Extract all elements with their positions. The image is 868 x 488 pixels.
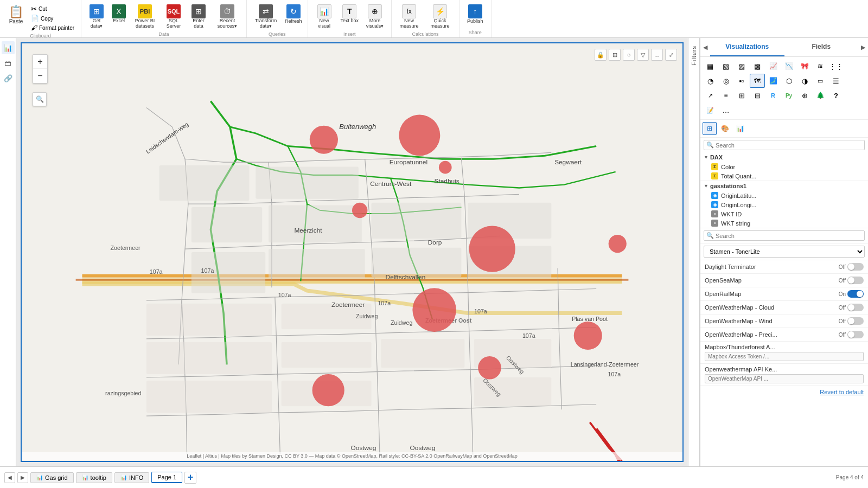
tab-next-button[interactable]: ▶ bbox=[858, 40, 868, 55]
viz-fields-sub-tab[interactable]: ⊞ bbox=[703, 122, 717, 135]
filters-label[interactable]: Filters bbox=[689, 42, 699, 69]
viz-icon-scatter[interactable]: ⋮⋮ bbox=[828, 59, 844, 73]
svg-text:Oostweg: Oostweg bbox=[410, 444, 436, 452]
gasstations-field-wkt-id[interactable]: ≡ WKT ID bbox=[700, 209, 868, 219]
toggle-openrail-button[interactable] bbox=[847, 290, 864, 298]
map-filter-button[interactable]: ▽ bbox=[637, 49, 649, 61]
viz-icon-python[interactable]: Py bbox=[781, 88, 796, 102]
format-painter-button[interactable]: 🖌Format painter bbox=[29, 23, 76, 32]
viz-icon-filled-map[interactable]: 🗾 bbox=[765, 74, 781, 88]
viz-icon-ribbon[interactable]: 🎀 bbox=[797, 59, 812, 73]
viz-icon-line[interactable]: 📈 bbox=[765, 59, 781, 73]
viz-icon-bar[interactable]: ▧ bbox=[718, 59, 733, 73]
gasstations-section-header[interactable]: ▼ gasstations1 bbox=[700, 181, 868, 191]
nav-prev-button[interactable]: ◀ bbox=[4, 472, 15, 483]
viz-icon-qa[interactable]: ? bbox=[828, 88, 844, 102]
tab-visualizations[interactable]: Visualizations bbox=[710, 38, 784, 56]
viz-icon-slicer[interactable]: ≡ bbox=[718, 88, 733, 102]
map-style-select[interactable]: Stamen - TonerLite OpenStreetMap Bing Ma… bbox=[704, 246, 865, 258]
panel-top-tabs: ◀ Visualizations Fields ▶ bbox=[700, 38, 868, 57]
viz-icon-pie[interactable]: ◔ bbox=[703, 74, 718, 88]
viz-format-sub-tab[interactable]: 🎨 bbox=[718, 122, 732, 135]
map-lock-button[interactable]: 🔒 bbox=[595, 49, 607, 61]
viz-icon-more[interactable]: … bbox=[718, 103, 733, 117]
nav-next-button[interactable]: ▶ bbox=[17, 472, 28, 483]
new-measure-button[interactable]: fx New measure bbox=[395, 3, 423, 30]
new-visual-button[interactable]: 📊 New visual bbox=[311, 3, 337, 30]
toggle-openweather-wind-button[interactable] bbox=[847, 317, 864, 325]
fields-search-icon: 🔍 bbox=[706, 142, 714, 149]
transform-data-button[interactable]: ⇄ Transform data▾ bbox=[250, 3, 282, 30]
zoom-in-button[interactable]: + bbox=[33, 55, 47, 69]
dax-section-header[interactable]: ▼ DAX bbox=[700, 152, 868, 162]
svg-point-57 bbox=[478, 356, 501, 380]
get-data-button[interactable]: ⊞ Get data▾ bbox=[85, 3, 108, 30]
layer-toggles-section: Daylight Terminator Off OpenSeaMap Off bbox=[700, 260, 868, 466]
openweather-api-input[interactable] bbox=[705, 374, 864, 383]
dax-field-total-quant[interactable]: Σ Total Quant... bbox=[700, 171, 868, 181]
viz-icon-waterfall[interactable]: ≋ bbox=[813, 59, 828, 73]
viz-icon-table[interactable]: ⊞ bbox=[734, 88, 749, 102]
viz-icon-stacked-col[interactable]: ▩ bbox=[750, 59, 765, 73]
tab-prev-button[interactable]: ◀ bbox=[700, 40, 710, 55]
revert-to-default-button[interactable]: Revert to default bbox=[820, 389, 864, 395]
gasstations-field-wkt-string[interactable]: ≡ WKT string bbox=[700, 219, 868, 228]
viz-icon-card[interactable]: ▭ bbox=[813, 74, 828, 88]
viz-icon-donut[interactable]: ◎ bbox=[718, 74, 733, 88]
viz-icon-key-influencers[interactable]: ⊕ bbox=[797, 88, 812, 102]
map-more-button[interactable]: … bbox=[651, 49, 663, 61]
powerbi-datasets-button[interactable]: PBI Power BI datasets bbox=[129, 3, 161, 30]
cut-button[interactable]: ✂Cut bbox=[29, 4, 76, 14]
zoom-out-button[interactable]: − bbox=[33, 69, 47, 83]
viz-icon-funnel[interactable]: ⬡ bbox=[781, 74, 796, 88]
quick-measure-button[interactable]: ⚡ Quick measure bbox=[424, 3, 456, 30]
map-lasso-button[interactable]: ○ bbox=[623, 49, 635, 61]
viz-icon-decomp[interactable]: 🌲 bbox=[813, 88, 828, 102]
toggle-opensea-button[interactable] bbox=[847, 277, 864, 284]
viz-icon-column[interactable]: ▨ bbox=[734, 59, 749, 73]
viz-icon-stacked-bar[interactable]: ▦ bbox=[703, 59, 718, 73]
sidebar-icon-model[interactable]: 🔗 bbox=[2, 72, 15, 85]
sql-server-button[interactable]: SQL SQL Server bbox=[162, 3, 186, 30]
mapbox-token-input[interactable] bbox=[705, 352, 864, 361]
recent-sources-button[interactable]: ⏱ Recent sources▾ bbox=[212, 3, 243, 30]
map-expand-button[interactable]: ⤢ bbox=[665, 49, 677, 61]
tab-fields[interactable]: Fields bbox=[784, 38, 859, 56]
gasstations-field-longi[interactable]: ◉ OriginLongi... bbox=[700, 200, 868, 209]
svg-text:Zoetermeer: Zoetermeer bbox=[331, 301, 365, 309]
map-search-button[interactable]: 🔍 bbox=[33, 92, 47, 106]
fields-search-input[interactable] bbox=[716, 142, 862, 149]
more-visuals-button[interactable]: ⊕ More visuals▾ bbox=[362, 3, 388, 30]
copy-button[interactable]: 📄Copy bbox=[29, 14, 76, 23]
gasstations-field-lati[interactable]: ◉ OriginLatitu... bbox=[700, 191, 868, 200]
dax-field-color[interactable]: Σ Color bbox=[700, 162, 868, 171]
text-box-button[interactable]: T Text box bbox=[339, 3, 361, 25]
toggle-openweather-prec-button[interactable] bbox=[847, 331, 864, 338]
paste-button[interactable]: 📋 Paste bbox=[4, 4, 28, 25]
sidebar-icon-report[interactable]: 📊 bbox=[2, 41, 15, 54]
map-select-button[interactable]: ⊞ bbox=[609, 49, 621, 61]
publish-button[interactable]: ↑ Publish bbox=[463, 3, 488, 25]
refresh-button[interactable]: ↻ Refresh bbox=[283, 3, 304, 25]
viz-icon-treemap[interactable]: ▪▫ bbox=[734, 74, 749, 88]
tab-gas-grid[interactable]: 📊 Gas grid bbox=[30, 472, 74, 483]
viz-icon-kpi[interactable]: ↗ bbox=[703, 88, 718, 102]
lower-search-input[interactable] bbox=[716, 233, 862, 239]
viz-icon-area[interactable]: 📉 bbox=[781, 59, 796, 73]
tab-tooltip[interactable]: 📊 tooltip bbox=[76, 472, 112, 483]
viz-icon-multirow[interactable]: ☰ bbox=[828, 74, 844, 88]
toggle-openweather-cloud-button[interactable] bbox=[847, 304, 864, 311]
viz-icon-r[interactable]: R bbox=[765, 88, 781, 102]
add-page-button[interactable]: + bbox=[184, 472, 196, 484]
enter-data-button[interactable]: ⊞ Enter data bbox=[187, 3, 210, 30]
tab-page1[interactable]: Page 1 bbox=[151, 472, 182, 483]
viz-icon-matrix[interactable]: ⊟ bbox=[750, 88, 765, 102]
sidebar-icon-data[interactable]: 🗃 bbox=[2, 56, 15, 69]
tab-info[interactable]: 📊 INFO bbox=[114, 472, 149, 483]
viz-analytics-sub-tab[interactable]: 📊 bbox=[733, 122, 747, 135]
toggle-daylight-button[interactable] bbox=[847, 263, 864, 271]
viz-icon-smart-narrative[interactable]: 📝 bbox=[703, 103, 718, 117]
excel-button[interactable]: X Excel bbox=[110, 3, 128, 25]
viz-icon-gauge[interactable]: ◑ bbox=[797, 74, 812, 88]
viz-icon-map[interactable]: 🗺 bbox=[750, 74, 765, 88]
